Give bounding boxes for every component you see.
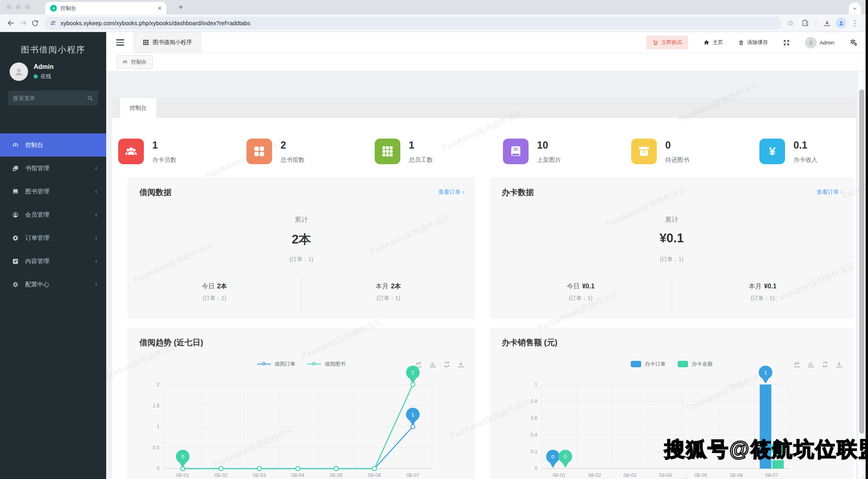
refresh-tool-icon[interactable] — [443, 360, 451, 368]
window-close-button[interactable] — [6, 4, 12, 10]
sidebar-menu: 控制台 书馆管理 ‹ 图书管理 ‹ 会员管理 ‹ — [0, 133, 106, 296]
browser-tab-strip: 控制台 × + — [0, 0, 866, 14]
download-tool-icon[interactable] — [835, 360, 843, 368]
clear-cache-label: 清除缓存 — [747, 39, 768, 46]
online-status-dot — [34, 74, 38, 78]
download-tool-icon[interactable] — [457, 360, 465, 368]
buy-now-button[interactable]: 立即购买 — [646, 36, 688, 49]
tab-search-chevron-icon[interactable] — [849, 2, 861, 14]
total-value: 2本 — [127, 231, 475, 248]
chevron-left-icon: ‹ — [95, 211, 97, 219]
scrollbar-thumb[interactable] — [859, 89, 864, 434]
extensions-puzzle-icon[interactable] — [799, 17, 811, 29]
stat-card-members: 1 办卡员数 — [118, 139, 176, 164]
app-tab-dashboard[interactable]: 图书借阅小程序 — [133, 32, 202, 53]
sidebar-item-books[interactable]: 图书管理 ‹ — [0, 180, 106, 203]
library-clone-icon — [12, 165, 19, 172]
navbar-username: Admin — [820, 40, 834, 46]
sidebar-item-label: 配置中心 — [25, 281, 95, 288]
address-bar[interactable]: xybooks.xykeep.com/xybooks.php/xybooks/d… — [44, 17, 781, 30]
browser-window: 控制台 × + xybooks.xykeep.com/xybooks.php/x… — [0, 0, 866, 479]
total-orders: (订单：1) — [127, 256, 475, 263]
main-area: 图书借阅小程序 立即购买 主页 清除缓存 — [106, 32, 866, 479]
breadcrumb-dashboard-button[interactable]: 控制台 — [116, 55, 153, 69]
view-orders-link[interactable]: 查看订单 › — [816, 189, 842, 196]
bar-chart-tool-icon[interactable] — [807, 360, 815, 368]
bookmark-star-icon[interactable]: ☆ — [785, 17, 797, 29]
user-menu[interactable]: Admin — [805, 37, 834, 48]
clear-cache-button[interactable]: 清除缓存 — [738, 39, 768, 46]
site-info-icon[interactable] — [50, 20, 57, 26]
borrow-data-card: 借阅数据 查看订单 › 累计 2本 (订单：1) 今日2本 (订单：1) 本月2… — [127, 177, 475, 318]
user-avatar — [10, 62, 28, 81]
panel-tab-console[interactable]: 控制台 — [120, 98, 156, 118]
menu-search-input[interactable] — [13, 95, 87, 101]
svg-text:08-05: 08-05 — [330, 473, 343, 478]
buy-now-label: 立即购买 — [661, 39, 682, 46]
browser-tab[interactable]: 控制台 × — [45, 2, 166, 14]
line-chart-tool-icon[interactable] — [793, 360, 801, 368]
total-value: ¥0.1 — [490, 231, 854, 246]
bar-chart-tool-icon[interactable] — [429, 360, 437, 368]
svg-text:1: 1 — [157, 424, 159, 429]
fullscreen-button[interactable] — [783, 39, 790, 46]
hamburger-menu-icon[interactable] — [116, 39, 124, 46]
legend-item-card-amount[interactable]: 办卡金额 — [678, 360, 713, 368]
brand-title: 图书借阅小程序 — [0, 32, 106, 56]
svg-text:0.2: 0.2 — [531, 449, 537, 455]
settings-gears-button[interactable] — [850, 38, 858, 46]
scrollbar-track[interactable] — [858, 71, 866, 479]
downloads-icon[interactable] — [821, 17, 833, 29]
svg-text:1: 1 — [764, 370, 767, 376]
stat-card-income: ¥ 0.1 办卡收入 — [759, 139, 818, 164]
online-status-text: 在线 — [40, 73, 51, 80]
new-tab-button[interactable]: + — [175, 2, 186, 13]
sidebar-item-settings[interactable]: 配置中心 ‹ — [0, 273, 106, 296]
navbar-avatar — [805, 37, 817, 48]
grid-2x2-icon — [246, 139, 272, 164]
svg-text:08-02: 08-02 — [215, 473, 228, 478]
tab-title: 控制台 — [61, 5, 158, 12]
toolbar-divider — [816, 19, 816, 27]
reload-icon[interactable] — [29, 17, 41, 29]
window-zoom-button[interactable] — [25, 4, 30, 10]
url-text: xybooks.xykeep.com/xybooks.php/xybooks/d… — [61, 20, 250, 26]
sidebar-item-library[interactable]: 书馆管理 ‹ — [0, 157, 106, 180]
legend-item-borrow-orders[interactable]: 借阅订单 — [257, 360, 295, 368]
dashboard-gauge-icon — [12, 142, 19, 149]
svg-text:0: 0 — [551, 454, 554, 460]
sidebar-item-dashboard[interactable]: 控制台 — [0, 133, 106, 157]
today-label: 今日 — [567, 283, 579, 290]
sidebar-item-label: 图书管理 — [25, 188, 95, 195]
stat-value: 10 — [537, 139, 561, 151]
chart-title: 借阅趋势 (近七日) — [139, 337, 203, 348]
tab-close-icon[interactable]: × — [158, 5, 161, 12]
back-icon[interactable] — [5, 17, 17, 29]
legend-item-card-orders[interactable]: 办卡订单 — [631, 360, 666, 368]
panel-body: 1 办卡员数 2 总书馆数 — [112, 118, 856, 479]
legend-item-borrow-books[interactable]: 借阅图书 — [307, 360, 345, 368]
svg-text:0.6: 0.6 — [531, 415, 537, 421]
forward-icon[interactable] — [17, 17, 29, 29]
browser-menu-kebab-icon[interactable]: ⋮ — [849, 17, 861, 29]
refresh-tool-icon[interactable] — [821, 360, 829, 368]
view-orders-link[interactable]: 查看订单 › — [438, 189, 464, 196]
svg-text:08-07: 08-07 — [765, 473, 778, 478]
search-icon — [87, 95, 93, 101]
profile-avatar[interactable] — [836, 18, 846, 28]
grid-3x3-icon — [375, 139, 400, 164]
sidebar-item-members[interactable]: 会员管理 ‹ — [0, 203, 106, 226]
sidebar-item-content[interactable]: 内容管理 ‹ — [0, 250, 106, 273]
line-marker-icon — [307, 362, 321, 366]
stat-label: 上架图片 — [537, 156, 561, 164]
expand-arrows-icon — [783, 39, 790, 46]
svg-text:08-06: 08-06 — [368, 473, 381, 478]
sidebar-user-panel: Admin 在线 — [10, 62, 106, 81]
window-minimize-button[interactable] — [16, 4, 21, 10]
sidebar-item-orders[interactable]: 订单管理 ‹ — [0, 226, 106, 250]
home-label: 主页 — [713, 39, 723, 46]
svg-text:08-01: 08-01 — [176, 473, 189, 478]
archive-box-icon — [631, 139, 657, 164]
home-button[interactable]: 主页 — [703, 39, 723, 46]
svg-text:1: 1 — [412, 412, 414, 418]
